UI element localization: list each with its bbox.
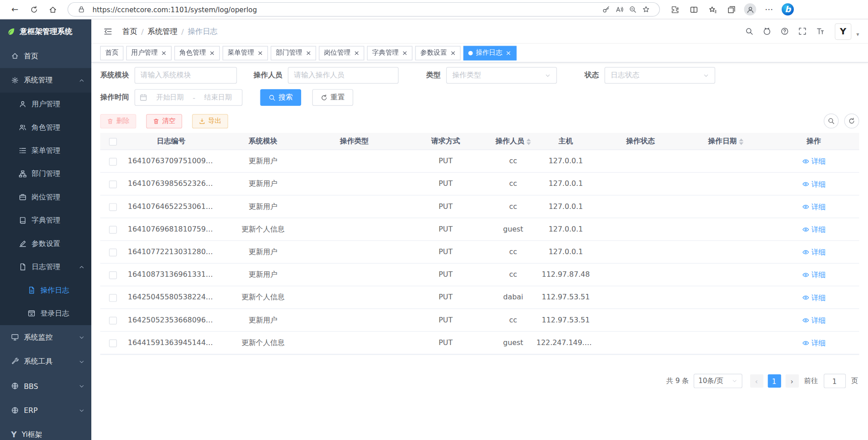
split-screen-button[interactable] — [686, 2, 701, 17]
tag-close-icon[interactable]: × — [450, 49, 456, 57]
collections-button[interactable] — [723, 2, 739, 17]
tag-close-icon[interactable]: × — [306, 49, 311, 57]
sidebar-item-home[interactable]: 首页 — [0, 44, 91, 68]
more-button[interactable]: ⋯ — [761, 2, 777, 17]
breadcrumb-item[interactable]: 首页 — [123, 26, 137, 36]
row-checkbox[interactable] — [109, 271, 117, 279]
row-checkbox[interactable] — [109, 248, 117, 256]
sort-caret-icon[interactable] — [739, 138, 744, 145]
tag-close-icon[interactable]: × — [209, 49, 215, 57]
tag-param[interactable]: 参数设置× — [415, 46, 461, 60]
prev-page-button[interactable]: ‹ — [750, 374, 763, 388]
next-page-button[interactable]: › — [785, 374, 798, 388]
tag-close-icon[interactable]: × — [354, 49, 359, 57]
favorites-add-button[interactable] — [639, 3, 652, 15]
detail-button[interactable]: 详细 — [802, 287, 826, 308]
lock-button[interactable] — [75, 3, 88, 15]
page-size-select[interactable]: 10条/页 — [693, 374, 742, 388]
clear-button[interactable]: 清空 — [146, 114, 182, 128]
back-button[interactable]: ← — [7, 2, 23, 17]
detail-button[interactable]: 详细 — [802, 241, 826, 263]
status-select[interactable]: 日志状态 — [604, 67, 715, 84]
breadcrumb-item[interactable]: 系统管理 — [147, 26, 177, 36]
detail-button[interactable]: 详细 — [802, 196, 826, 218]
key-button[interactable] — [599, 3, 613, 15]
tag-operlog[interactable]: 操作日志× — [463, 46, 516, 60]
detail-button[interactable]: 详细 — [802, 332, 826, 354]
module-input[interactable]: 请输入系统模块 — [135, 67, 237, 84]
fullscreen-button[interactable] — [795, 24, 810, 39]
tag-role[interactable]: 角色管理× — [175, 46, 220, 60]
home-button[interactable] — [45, 2, 60, 17]
detail-button[interactable]: 详细 — [802, 264, 826, 286]
reset-button[interactable]: 重置 — [312, 89, 354, 106]
tag-close-icon[interactable]: × — [506, 49, 511, 57]
extensions-button[interactable] — [667, 2, 683, 17]
goto-page-input[interactable] — [823, 374, 845, 388]
tag-close-icon[interactable]: × — [402, 49, 407, 57]
caret-down-icon[interactable]: ▾ — [856, 31, 859, 37]
sidebar-item-post[interactable]: 岗位管理 — [0, 185, 91, 208]
date-range-input[interactable]: 开始日期 - 结束日期 — [135, 89, 243, 106]
tag-home[interactable]: 首页 — [100, 46, 123, 60]
tag-menu[interactable]: 菜单管理× — [222, 46, 268, 60]
zoom-out-button[interactable] — [626, 3, 639, 15]
sidebar-item-param[interactable]: 参数设置 — [0, 232, 91, 255]
bing-button[interactable]: b — [780, 2, 795, 17]
tag-user[interactable]: 用户管理× — [126, 46, 171, 60]
table-refresh-button[interactable] — [844, 114, 859, 128]
tag-close-icon[interactable]: × — [161, 49, 166, 57]
tag-dict[interactable]: 字典管理× — [367, 46, 412, 60]
row-checkbox[interactable] — [109, 317, 117, 324]
row-checkbox[interactable] — [109, 180, 117, 188]
font-size-button[interactable] — [813, 24, 828, 39]
sidebar-item-loginlog[interactable]: 登录日志 — [0, 302, 91, 325]
refresh-button[interactable] — [26, 2, 42, 17]
address-bar[interactable]: https://ccnetcore.com:1101/system/log/op… — [67, 2, 660, 17]
type-select[interactable]: 操作类型 — [446, 67, 557, 84]
detail-button[interactable]: 详细 — [802, 151, 826, 172]
page-1-button[interactable]: 1 — [768, 374, 781, 388]
sidebar-item-yi[interactable]: YYi框架 — [0, 422, 91, 440]
search-button[interactable] — [742, 24, 757, 39]
column-header-date[interactable]: 操作日期 — [684, 133, 768, 150]
detail-button[interactable]: 详细 — [802, 219, 826, 241]
row-checkbox[interactable] — [109, 339, 117, 347]
sidebar-item-system[interactable]: 系统管理 — [0, 68, 91, 93]
sidebar-item-log[interactable]: 日志管理 — [0, 255, 91, 278]
row-checkbox[interactable] — [109, 226, 117, 233]
delete-button[interactable]: 删除 — [100, 114, 137, 128]
sidebar-item-dept[interactable]: 部门管理 — [0, 162, 91, 185]
sidebar-toggle-button[interactable] — [100, 24, 116, 39]
row-checkbox[interactable] — [109, 203, 117, 211]
tag-post[interactable]: 岗位管理× — [319, 46, 364, 60]
question-button[interactable] — [777, 24, 793, 39]
sort-caret-icon[interactable] — [526, 138, 531, 145]
row-checkbox[interactable] — [109, 294, 117, 302]
row-checkbox[interactable] — [109, 157, 117, 165]
toggle-search-button[interactable] — [824, 114, 839, 128]
sidebar-item-bbs[interactable]: BBS — [0, 374, 91, 398]
favorites-button[interactable] — [705, 2, 720, 17]
profile-button[interactable] — [742, 2, 758, 17]
search-button[interactable]: 搜索 — [260, 89, 302, 106]
sidebar-item-menu[interactable]: 菜单管理 — [0, 139, 91, 162]
sidebar-item-user[interactable]: 用户管理 — [0, 92, 91, 115]
operator-input[interactable]: 请输入操作人员 — [288, 67, 399, 84]
read-aloud-button[interactable] — [613, 3, 626, 15]
tag-dept[interactable]: 部门管理× — [271, 46, 316, 60]
github-button[interactable] — [760, 24, 775, 39]
sidebar-item-dict[interactable]: 字典管理 — [0, 209, 91, 232]
detail-button[interactable]: 详细 — [802, 309, 826, 331]
export-button[interactable]: 导出 — [192, 114, 228, 128]
sidebar-item-erp[interactable]: ERP — [0, 398, 91, 422]
select-all-checkbox[interactable] — [109, 137, 117, 145]
sidebar-item-operlog[interactable]: 操作日志 — [0, 279, 91, 302]
url-text[interactable]: https://ccnetcore.com:1101/system/log/op… — [92, 5, 595, 14]
detail-button[interactable]: 详细 — [802, 173, 826, 195]
sidebar-item-role[interactable]: 角色管理 — [0, 116, 91, 139]
avatar[interactable]: Y — [835, 23, 852, 40]
tag-close-icon[interactable]: × — [258, 49, 263, 57]
sidebar-item-monitor[interactable]: 系统监控 — [0, 325, 91, 350]
column-header-operator[interactable]: 操作人员 — [492, 133, 534, 150]
